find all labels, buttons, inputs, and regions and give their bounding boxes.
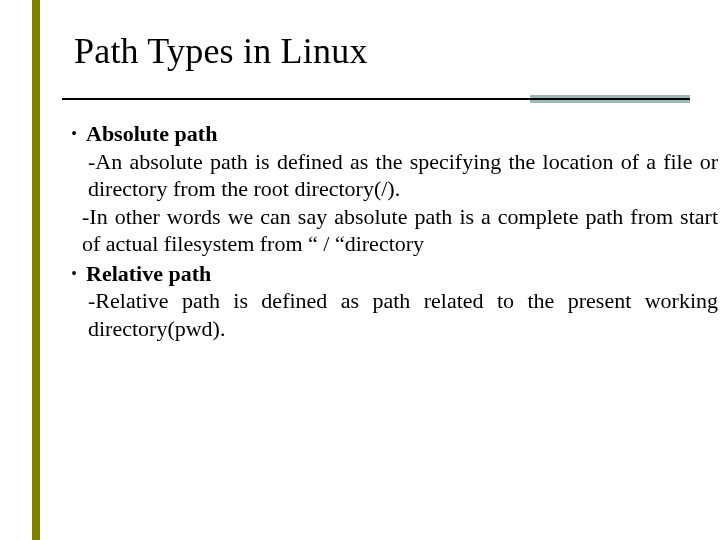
slide: Path Types in Linux • Absolute path -An … [0, 0, 720, 540]
bullet-relative-path: • Relative path [62, 260, 720, 288]
slide-title: Path Types in Linux [74, 30, 368, 72]
bullet-label: Absolute path [86, 120, 720, 148]
bullet-subtext: -Relative path is defined as path relate… [88, 287, 718, 342]
bullet-absolute-path: • Absolute path [62, 120, 720, 148]
bullet-dot-icon: • [62, 120, 86, 147]
bullet-label: Relative path [86, 260, 720, 288]
title-rule-underline [62, 98, 690, 100]
left-accent-bar [32, 0, 40, 540]
title-rule [62, 98, 690, 110]
slide-body: • Absolute path -An absolute path is def… [62, 118, 720, 342]
bullet-dot-icon: • [62, 260, 86, 287]
bullet-subtext: -An absolute path is defined as the spec… [88, 148, 718, 203]
bullet-subtext: -In other words we can say absolute path… [82, 203, 718, 258]
